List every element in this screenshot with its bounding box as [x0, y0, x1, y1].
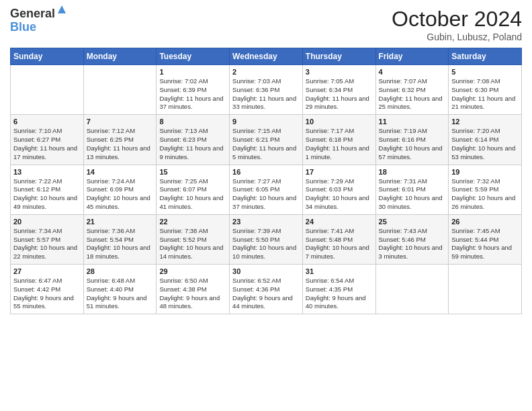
calendar-cell: 31Sunrise: 6:54 AMSunset: 4:35 PMDayligh…	[302, 265, 375, 314]
calendar-cell	[449, 265, 522, 314]
calendar-cell: 4Sunrise: 7:07 AMSunset: 6:32 PMDaylight…	[375, 65, 449, 115]
day-number: 27	[13, 267, 81, 275]
day-number: 25	[379, 218, 446, 226]
day-number: 31	[306, 267, 373, 275]
calendar-cell: 16Sunrise: 7:27 AMSunset: 6:05 PMDayligh…	[230, 165, 303, 214]
day-info: Sunrise: 7:17 AMSunset: 6:18 PMDaylight:…	[306, 127, 373, 161]
calendar-cell: 10Sunrise: 7:17 AMSunset: 6:18 PMDayligh…	[302, 115, 375, 165]
day-number: 2	[232, 68, 300, 76]
logo-text-block: General Blue	[10, 7, 67, 34]
header-tuesday: Tuesday	[157, 48, 230, 65]
day-info: Sunrise: 7:05 AMSunset: 6:34 PMDaylight:…	[306, 77, 373, 111]
calendar-cell: 18Sunrise: 7:31 AMSunset: 6:01 PMDayligh…	[375, 165, 449, 214]
day-number: 19	[451, 168, 519, 176]
logo-icon	[56, 4, 67, 15]
day-number: 10	[306, 118, 373, 126]
day-info: Sunrise: 7:10 AMSunset: 6:27 PMDaylight:…	[13, 127, 81, 161]
day-number: 6	[13, 118, 81, 126]
weekday-header-row: Sunday Monday Tuesday Wednesday Thursday…	[11, 48, 522, 65]
day-info: Sunrise: 7:20 AMSunset: 6:14 PMDaylight:…	[451, 127, 519, 161]
day-info: Sunrise: 6:48 AMSunset: 4:40 PMDaylight:…	[87, 277, 154, 311]
calendar-cell: 24Sunrise: 7:41 AMSunset: 5:48 PMDayligh…	[302, 214, 375, 264]
logo-text: General Blue	[10, 7, 67, 34]
svg-marker-0	[58, 5, 66, 13]
day-info: Sunrise: 7:19 AMSunset: 6:16 PMDaylight:…	[379, 127, 446, 161]
calendar-cell	[11, 65, 84, 115]
day-info: Sunrise: 7:34 AMSunset: 5:57 PMDaylight:…	[13, 227, 81, 261]
day-number: 20	[13, 218, 81, 226]
calendar-cell: 23Sunrise: 7:39 AMSunset: 5:50 PMDayligh…	[230, 214, 303, 264]
day-number: 16	[232, 168, 300, 176]
calendar-cell: 11Sunrise: 7:19 AMSunset: 6:16 PMDayligh…	[375, 115, 449, 165]
calendar-week-row: 13Sunrise: 7:22 AMSunset: 6:12 PMDayligh…	[11, 165, 522, 214]
calendar-cell: 1Sunrise: 7:02 AMSunset: 6:39 PMDaylight…	[157, 65, 230, 115]
calendar-week-row: 27Sunrise: 6:47 AMSunset: 4:42 PMDayligh…	[11, 265, 522, 314]
day-number: 24	[306, 218, 373, 226]
day-number: 22	[159, 218, 226, 226]
calendar-cell	[83, 65, 157, 115]
header-saturday: Saturday	[449, 48, 522, 65]
day-info: Sunrise: 7:31 AMSunset: 6:01 PMDaylight:…	[379, 177, 446, 212]
day-info: Sunrise: 6:50 AMSunset: 4:38 PMDaylight:…	[159, 277, 226, 311]
calendar-cell: 27Sunrise: 6:47 AMSunset: 4:42 PMDayligh…	[11, 265, 84, 314]
calendar-week-row: 1Sunrise: 7:02 AMSunset: 6:39 PMDaylight…	[11, 65, 522, 115]
day-number: 7	[87, 118, 154, 126]
day-number: 8	[159, 118, 226, 126]
day-info: Sunrise: 7:38 AMSunset: 5:52 PMDaylight:…	[159, 227, 226, 261]
day-info: Sunrise: 7:39 AMSunset: 5:50 PMDaylight:…	[232, 227, 300, 261]
header-friday: Friday	[375, 48, 449, 65]
calendar-cell: 26Sunrise: 7:45 AMSunset: 5:44 PMDayligh…	[449, 214, 522, 264]
calendar-week-row: 20Sunrise: 7:34 AMSunset: 5:57 PMDayligh…	[11, 214, 522, 264]
day-info: Sunrise: 7:08 AMSunset: 6:30 PMDaylight:…	[451, 77, 519, 111]
day-number: 15	[159, 168, 226, 176]
day-number: 26	[451, 218, 519, 226]
location: Gubin, Lubusz, Poland	[392, 32, 522, 42]
day-info: Sunrise: 7:29 AMSunset: 6:03 PMDaylight:…	[306, 177, 373, 212]
day-info: Sunrise: 7:03 AMSunset: 6:36 PMDaylight:…	[232, 77, 300, 111]
day-number: 23	[232, 218, 300, 226]
day-number: 9	[232, 118, 300, 126]
day-info: Sunrise: 7:12 AMSunset: 6:25 PMDaylight:…	[87, 127, 154, 161]
header-sunday: Sunday	[11, 48, 84, 65]
day-number: 21	[87, 218, 154, 226]
day-number: 4	[379, 68, 446, 76]
calendar-cell: 9Sunrise: 7:15 AMSunset: 6:21 PMDaylight…	[230, 115, 303, 165]
calendar-container: General Blue October 2024 Gubin, Lubusz,…	[0, 0, 532, 411]
calendar-cell: 30Sunrise: 6:52 AMSunset: 4:36 PMDayligh…	[230, 265, 303, 314]
calendar-cell: 8Sunrise: 7:13 AMSunset: 6:23 PMDaylight…	[157, 115, 230, 165]
day-info: Sunrise: 7:45 AMSunset: 5:44 PMDaylight:…	[451, 227, 519, 261]
day-number: 3	[306, 68, 373, 76]
day-number: 29	[159, 267, 226, 275]
day-number: 13	[13, 168, 81, 176]
logo-blue: Blue	[10, 20, 36, 34]
calendar-cell: 13Sunrise: 7:22 AMSunset: 6:12 PMDayligh…	[11, 165, 84, 214]
day-info: Sunrise: 7:27 AMSunset: 6:05 PMDaylight:…	[232, 177, 300, 212]
day-number: 5	[451, 68, 519, 76]
header: General Blue October 2024 Gubin, Lubusz,…	[10, 7, 522, 42]
calendar-cell: 14Sunrise: 7:24 AMSunset: 6:09 PMDayligh…	[83, 165, 157, 214]
calendar-cell: 29Sunrise: 6:50 AMSunset: 4:38 PMDayligh…	[157, 265, 230, 314]
header-wednesday: Wednesday	[230, 48, 303, 65]
calendar-cell: 6Sunrise: 7:10 AMSunset: 6:27 PMDaylight…	[11, 115, 84, 165]
day-info: Sunrise: 6:52 AMSunset: 4:36 PMDaylight:…	[232, 277, 300, 311]
day-info: Sunrise: 6:54 AMSunset: 4:35 PMDaylight:…	[306, 277, 373, 311]
logo-general: General	[10, 7, 55, 21]
day-number: 14	[87, 168, 154, 176]
calendar-cell: 15Sunrise: 7:25 AMSunset: 6:07 PMDayligh…	[157, 165, 230, 214]
day-number: 18	[379, 168, 446, 176]
calendar-cell: 5Sunrise: 7:08 AMSunset: 6:30 PMDaylight…	[449, 65, 522, 115]
day-info: Sunrise: 7:15 AMSunset: 6:21 PMDaylight:…	[232, 127, 300, 161]
day-number: 17	[306, 168, 373, 176]
calendar-cell: 17Sunrise: 7:29 AMSunset: 6:03 PMDayligh…	[302, 165, 375, 214]
header-monday: Monday	[83, 48, 157, 65]
day-info: Sunrise: 7:07 AMSunset: 6:32 PMDaylight:…	[379, 77, 446, 111]
header-thursday: Thursday	[302, 48, 375, 65]
day-info: Sunrise: 7:36 AMSunset: 5:54 PMDaylight:…	[87, 227, 154, 261]
calendar-cell	[375, 265, 449, 314]
logo: General Blue	[10, 7, 67, 34]
day-info: Sunrise: 7:24 AMSunset: 6:09 PMDaylight:…	[87, 177, 154, 212]
title-block: October 2024 Gubin, Lubusz, Poland	[392, 7, 522, 42]
day-number: 28	[87, 267, 154, 275]
calendar-cell: 28Sunrise: 6:48 AMSunset: 4:40 PMDayligh…	[83, 265, 157, 314]
calendar-cell: 19Sunrise: 7:32 AMSunset: 5:59 PMDayligh…	[449, 165, 522, 214]
